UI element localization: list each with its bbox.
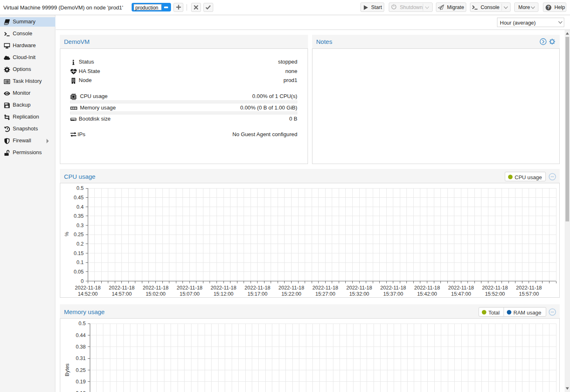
svg-text:2022-11-18: 2022-11-18 — [143, 285, 169, 291]
svg-text:0.1: 0.1 — [77, 260, 84, 265]
svg-text:%: % — [64, 232, 70, 236]
svg-text:2022-11-18: 2022-11-18 — [210, 285, 236, 291]
svg-text:0.2: 0.2 — [77, 241, 84, 247]
svg-text:0.5: 0.5 — [77, 185, 84, 191]
svg-text:14:52:00: 14:52:00 — [78, 291, 98, 297]
svg-text:15:42:00: 15:42:00 — [417, 291, 437, 297]
svg-text:0.25: 0.25 — [76, 367, 86, 373]
svg-text:15:22:00: 15:22:00 — [281, 291, 301, 297]
svg-text:15:07:00: 15:07:00 — [180, 291, 200, 297]
svg-text:0.19: 0.19 — [76, 379, 86, 385]
svg-text:14:57:00: 14:57:00 — [112, 291, 132, 297]
svg-text:?: ? — [547, 5, 549, 10]
svg-text:0.38: 0.38 — [76, 344, 86, 350]
svg-text:15:57:00: 15:57:00 — [519, 291, 539, 297]
svg-text:15:47:00: 15:47:00 — [451, 291, 471, 297]
svg-text:0.5: 0.5 — [79, 321, 86, 326]
svg-text:15:02:00: 15:02:00 — [146, 291, 166, 297]
svg-text:15:17:00: 15:17:00 — [247, 291, 267, 297]
svg-text:2022-11-18: 2022-11-18 — [278, 285, 304, 291]
svg-text:2022-11-18: 2022-11-18 — [75, 285, 100, 291]
svg-text:2022-11-18: 2022-11-18 — [177, 285, 203, 291]
svg-text:2022-11-18: 2022-11-18 — [516, 285, 542, 291]
svg-text:0.25: 0.25 — [74, 232, 84, 237]
svg-text:0.12: 0.12 — [76, 390, 86, 392]
svg-text:2022-11-18: 2022-11-18 — [346, 285, 372, 291]
svg-text:0.3: 0.3 — [77, 223, 84, 228]
svg-text:0.35: 0.35 — [74, 213, 84, 219]
svg-text:0.4: 0.4 — [77, 204, 84, 210]
svg-text:0.31: 0.31 — [76, 356, 86, 361]
svg-text:15:37:00: 15:37:00 — [383, 291, 403, 297]
svg-text:2022-11-18: 2022-11-18 — [414, 285, 440, 291]
svg-text:0.44: 0.44 — [76, 333, 86, 338]
svg-text:2022-11-18: 2022-11-18 — [312, 285, 338, 291]
svg-text:15:12:00: 15:12:00 — [214, 291, 234, 297]
svg-text:2022-11-18: 2022-11-18 — [109, 285, 135, 291]
svg-text:2022-11-18: 2022-11-18 — [244, 285, 270, 291]
svg-text:0.05: 0.05 — [74, 269, 84, 275]
svg-text:0.45: 0.45 — [74, 195, 84, 201]
svg-text:0: 0 — [81, 278, 84, 284]
svg-text:15:32:00: 15:32:00 — [349, 291, 369, 297]
svg-text:Bytes: Bytes — [64, 363, 70, 376]
svg-text:15:27:00: 15:27:00 — [315, 291, 335, 297]
svg-text:2022-11-18: 2022-11-18 — [448, 285, 474, 291]
svg-text:0.15: 0.15 — [74, 251, 84, 256]
svg-text:15:52:00: 15:52:00 — [485, 291, 505, 297]
svg-text:2022-11-18: 2022-11-18 — [380, 285, 406, 291]
svg-text:2022-11-18: 2022-11-18 — [482, 285, 508, 291]
